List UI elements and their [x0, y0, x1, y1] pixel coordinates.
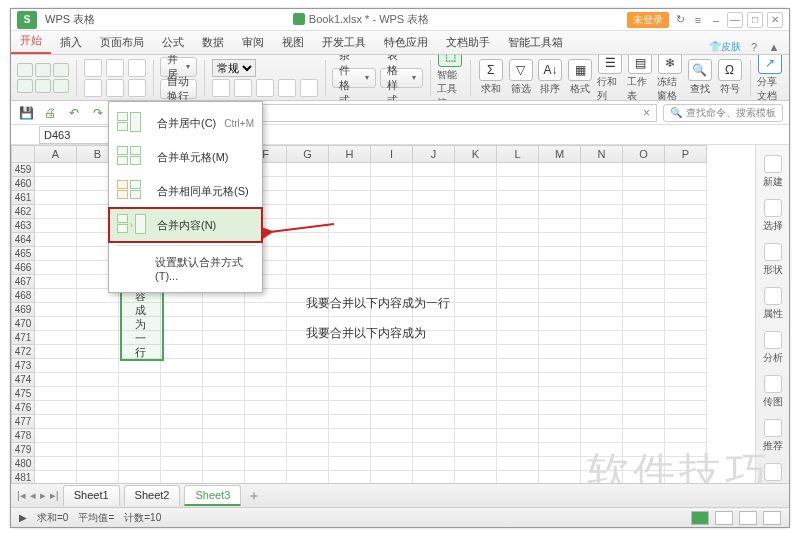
minimize-button[interactable]: — [727, 12, 743, 28]
menu-default-merge[interactable]: 设置默认合并方式(T)... [109, 249, 262, 288]
valign-mid-icon[interactable] [106, 79, 124, 97]
row-header[interactable]: 462 [11, 205, 35, 219]
freeze-button[interactable]: ❄冻结窗格 [657, 55, 683, 101]
row-header[interactable]: 469 [11, 303, 35, 317]
row-header[interactable]: 476 [11, 401, 35, 415]
record-macro-icon[interactable]: ▶ [19, 512, 27, 523]
menu-merge-cells[interactable]: 合并单元格(M) [109, 140, 262, 174]
rightpane-选择[interactable]: 选择 [763, 199, 783, 233]
row-header[interactable]: 478 [11, 429, 35, 443]
align-right-icon[interactable] [128, 59, 146, 77]
select-all-corner[interactable] [11, 145, 35, 163]
command-search[interactable]: 🔍 查找命令、搜索模板 [663, 104, 783, 122]
menu-icon[interactable]: ≡ [691, 13, 705, 27]
sheet-nav-last[interactable]: ▸| [50, 489, 59, 502]
qa-undo-icon[interactable]: ↶ [65, 104, 83, 122]
help-icon[interactable]: ? [747, 40, 761, 54]
rightpane-属性[interactable]: 属性 [763, 287, 783, 321]
cell-C469[interactable]: 成 [119, 303, 161, 317]
tab-formula[interactable]: 公式 [153, 31, 193, 54]
table-style-button[interactable]: 表格样式▾ [380, 68, 423, 88]
maximize-button[interactable]: □ [747, 12, 763, 28]
collapse-ribbon-icon[interactable]: ▲ [767, 40, 781, 54]
tab-smarttool[interactable]: 智能工具箱 [499, 31, 572, 54]
row-header[interactable]: 463 [11, 219, 35, 233]
col-header-I[interactable]: I [371, 145, 413, 163]
row-header[interactable]: 466 [11, 261, 35, 275]
tab-review[interactable]: 审阅 [233, 31, 273, 54]
tab-special[interactable]: 特色应用 [375, 31, 437, 54]
cell-C471[interactable]: 一 [119, 331, 161, 345]
wrap-text-button[interactable]: 自动换行 [160, 79, 197, 99]
valign-top-icon[interactable] [84, 79, 102, 97]
sheet-tab-Sheet2[interactable]: Sheet2 [124, 485, 181, 506]
menu-merge-same[interactable]: 合并相同单元格(S) [109, 174, 262, 208]
skin-button[interactable]: 👕皮肤 [709, 40, 741, 54]
comma-icon[interactable] [256, 79, 274, 97]
row-header[interactable]: 480 [11, 457, 35, 471]
sheet-tab-Sheet3[interactable]: Sheet3 [184, 485, 241, 506]
col-header-L[interactable]: L [497, 145, 539, 163]
tab-data[interactable]: 数据 [193, 31, 233, 54]
dec-dec-icon[interactable] [300, 79, 318, 97]
row-header[interactable]: 465 [11, 247, 35, 261]
currency-icon[interactable] [212, 79, 230, 97]
qa-save-icon[interactable]: 💾 [17, 104, 35, 122]
tab-dochelper[interactable]: 文档助手 [437, 31, 499, 54]
qa-print-icon[interactable]: 🖨 [41, 104, 59, 122]
row-header[interactable]: 481 [11, 471, 35, 483]
sheet-nav-next[interactable]: ▸ [40, 489, 46, 502]
align-left-icon[interactable] [84, 59, 102, 77]
cell-C470[interactable]: 为 [119, 317, 161, 331]
row-header[interactable]: 468 [11, 289, 35, 303]
row-header[interactable]: 459 [11, 163, 35, 177]
filter-button[interactable]: ▽筛选 [508, 59, 534, 96]
cell-C472[interactable]: 行 [119, 345, 161, 359]
share-button[interactable]: ↗分享文档 [757, 55, 783, 101]
col-header-P[interactable]: P [665, 145, 707, 163]
view-break-button[interactable] [739, 511, 757, 525]
row-header[interactable]: 474 [11, 373, 35, 387]
row-header[interactable]: 461 [11, 191, 35, 205]
name-box[interactable] [39, 126, 117, 144]
row-header[interactable]: 477 [11, 415, 35, 429]
col-header-A[interactable]: A [35, 145, 77, 163]
tab-start[interactable]: 开始 [11, 29, 51, 54]
add-sheet-button[interactable]: ＋ [247, 487, 261, 505]
sheet-nav-prev[interactable]: ◂ [30, 489, 36, 502]
row-header[interactable]: 472 [11, 345, 35, 359]
rightpane-传图[interactable]: 传图 [763, 375, 783, 409]
refresh-icon[interactable]: ↻ [673, 13, 687, 27]
tab-layout[interactable]: 页面布局 [91, 31, 153, 54]
row-header[interactable]: 460 [11, 177, 35, 191]
sort-button[interactable]: A↓排序 [538, 59, 564, 96]
tab-insert[interactable]: 插入 [51, 31, 91, 54]
smart-toolbox-button[interactable]: ⬚智能工具箱 [437, 55, 463, 101]
row-header[interactable]: 475 [11, 387, 35, 401]
percent-icon[interactable] [234, 79, 252, 97]
row-header[interactable]: 467 [11, 275, 35, 289]
sum-button[interactable]: Σ求和 [478, 59, 504, 96]
tab-view[interactable]: 视图 [273, 31, 313, 54]
rightpane-形状[interactable]: 形状 [763, 243, 783, 277]
col-header-G[interactable]: G [287, 145, 329, 163]
worksheet-button[interactable]: ▤工作表 [627, 55, 653, 101]
tab-dev[interactable]: 开发工具 [313, 31, 375, 54]
row-header[interactable]: 464 [11, 233, 35, 247]
menu-merge-center[interactable]: 合并居中(C) Ctrl+M [109, 106, 262, 140]
inc-dec-icon[interactable] [278, 79, 296, 97]
rightpane-分析[interactable]: 分析 [763, 331, 783, 365]
sheet-tab-Sheet1[interactable]: Sheet1 [63, 485, 120, 506]
align-center-icon[interactable] [106, 59, 124, 77]
cond-format-button[interactable]: 条件格式▾ [332, 68, 375, 88]
qa-redo-icon[interactable]: ↷ [89, 104, 107, 122]
col-header-O[interactable]: O [623, 145, 665, 163]
dash-icon[interactable]: – [709, 13, 723, 27]
symbol-button[interactable]: Ω符号 [717, 59, 743, 96]
row-header[interactable]: 470 [11, 317, 35, 331]
view-normal-button[interactable] [691, 511, 709, 525]
format-button[interactable]: ▦格式 [567, 59, 593, 96]
col-header-H[interactable]: H [329, 145, 371, 163]
col-header-K[interactable]: K [455, 145, 497, 163]
close-button[interactable]: ✕ [767, 12, 783, 28]
